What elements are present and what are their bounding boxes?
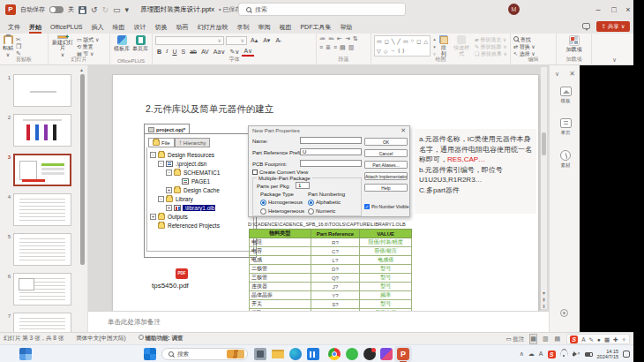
tab-开始[interactable]: 开始 [25,20,46,34]
prefix-input[interactable]: U [300,148,362,155]
canvas-scroll-thumb[interactable] [542,132,546,155]
clear-format-icon[interactable]: A̶ [273,35,281,45]
toolbox-icon[interactable]: ✚ [613,336,618,343]
side-panel-item-0[interactable]: 模板 [560,87,572,104]
find-button[interactable]: 查找 [513,36,535,43]
justify-icon[interactable]: ▤ [340,44,346,51]
numbering-icon[interactable]: ≕ [328,35,334,42]
share-button[interactable]: ⇪ 共享 ∨ [596,21,630,32]
tree-expander-icon[interactable]: + [166,187,172,193]
sogou-tray-icon[interactable]: S [548,351,556,358]
hierarchy-tab[interactable]: ⊺ Hierarchy [175,138,211,147]
tree-node[interactable]: -Design Resources [148,150,252,159]
media-app-icon[interactable] [363,348,376,360]
input-letter[interactable]: A [539,351,543,358]
shapes-gallery[interactable]: ▭◻╲╱▭○◻△▽◇→{} [374,35,431,57]
show-hidden-icons[interactable]: ∧ [520,351,524,358]
slide-sorter-view-icon[interactable]: ▥ [543,335,549,343]
collapse-ribbon-icon[interactable]: ∨ [612,57,617,64]
template-library-button[interactable]: 模板库 [114,35,130,57]
next-slide-icon[interactable]: ⇟ [541,303,547,310]
handwriting-icon[interactable]: ✎ [589,336,594,343]
addins-button[interactable]: 加载项 [566,35,582,57]
quick-styles-button[interactable]: 快速样式 [452,35,472,57]
notes-pane[interactable]: 单击此处添加备注 [88,311,549,332]
file-explorer-icon[interactable] [272,348,284,360]
dialog-button-ok[interactable]: OK [364,138,408,146]
create-convert-view-checkbox[interactable]: Create Convert View [252,170,308,175]
parts-per-pkg-input[interactable]: 1 [296,182,310,189]
shape-fill-button[interactable]: ▰ 形状填充 ∨ [475,36,507,43]
tab-视图[interactable]: 视图 [274,20,296,34]
widgets-icon[interactable] [19,348,32,360]
tab-PDF工具集[interactable]: PDF工具集 [296,20,335,34]
wifi-icon[interactable] [560,351,568,357]
tab-插入[interactable]: 插入 [86,20,108,34]
slide-title[interactable]: 2.元件库以及简单元器件的建立 [146,103,273,116]
tree-node[interactable]: +.\library1.olb [148,203,252,212]
pdf-file-icon[interactable]: PDF [176,268,188,279]
arrange-button[interactable]: 排列 [438,35,449,57]
taskbar-search[interactable]: 搜索 [161,348,248,360]
indent-icon[interactable]: ⇥ [345,35,350,42]
tab-切换[interactable]: 切换 [150,20,171,34]
slide[interactable]: 2.元件库以及简单元器件的建立 project.opj* File ⊺ Hier… [113,75,538,311]
replace-button[interactable]: ⇄ 替换 ∨ [513,43,535,50]
new-slide-button[interactable]: 新建幻灯片∨ [51,35,74,57]
tab-帮助[interactable]: 帮助 [335,20,356,34]
shape-outline-button[interactable]: ✎ 形状轮廓 ∨ [475,43,507,50]
slide-thumbnail-6[interactable]: 6 [2,273,87,305]
present-icon[interactable]: ▭ [113,5,121,14]
search-box[interactable]: 搜索 [238,3,406,16]
mic-icon[interactable]: ● [597,336,601,343]
tree-expander-icon[interactable]: - [158,161,164,167]
footprint-input[interactable] [300,160,362,167]
align-left-icon[interactable]: ≡ [319,44,323,51]
copy-icon[interactable]: ❐ [16,43,21,50]
annotation-textbox[interactable]: a.元器件名称，IC类使用元器件本身名字，通用器件电阻电容使用统一名称即可，RE… [415,129,536,214]
align-center-icon[interactable]: ≣ [326,44,331,51]
task-view-icon[interactable] [254,348,266,360]
maximize-button[interactable]: □ [607,0,621,19]
tree-node[interactable]: -Library [148,194,252,203]
tab-录制[interactable]: 录制 [232,20,253,34]
side-panel-item-1[interactable]: 单页 [560,118,572,136]
tree-expander-icon[interactable]: + [166,205,172,211]
color-app-icon[interactable] [380,348,393,360]
volume-muted-icon[interactable]: × [573,351,580,358]
reading-view-icon[interactable]: ▤ [555,335,561,343]
tab-幻灯片放映[interactable]: 幻灯片放映 [192,20,232,34]
slide-thumbnail-1[interactable]: 1 [2,74,87,107]
dialog-button-partaliases[interactable]: Part Aliases... [364,161,408,169]
minimize-button[interactable]: – [591,0,605,19]
slide-thumbnail-2[interactable]: 2 [2,114,87,147]
line-spacing-icon[interactable]: ⇅ [353,35,358,42]
scroll-down-icon[interactable]: ▾ [541,290,547,297]
redo-icon[interactable]: ↻ [102,5,109,14]
tab-文件[interactable]: 文件 [4,20,25,34]
soft-keyboard-icon[interactable]: ▦ [604,336,610,343]
package-type-option-homogeneous[interactable]: Homogeneous [260,198,304,207]
input-lang-icon[interactable]: A [581,336,585,343]
gallery-down-icon[interactable]: ▾ [433,44,436,49]
font-size-select[interactable]: ∨ [226,36,247,45]
tree-node[interactable]: +Outputs [148,212,252,221]
layout-button[interactable]: ▭ 版式 ∨ [77,36,99,43]
page-library-button[interactable]: 单页库 [132,35,148,57]
panel-collapse-icon[interactable]: ∨ [555,71,559,78]
notes-placeholder[interactable]: 单击此处添加备注 [108,318,549,327]
tree-node[interactable]: +Design Cache [148,185,252,194]
notification-center-icon[interactable] [623,351,630,358]
file-tab[interactable]: File [148,138,175,147]
sogou-logo-icon[interactable]: S [570,336,578,343]
dialog-close-icon[interactable]: ✕ [401,127,406,134]
tab-绘图[interactable]: 绘图 [108,20,129,34]
normal-view-icon[interactable]: ▦ [530,335,536,343]
tree-expander-icon[interactable]: - [150,152,156,158]
dialog-button-cancel[interactable]: Cancel [364,149,408,157]
tree-node[interactable]: PAGE1 [148,177,252,185]
slide-thumbnail-3[interactable]: 3 [2,154,87,186]
slide-thumbnail-4[interactable]: 4 [2,193,87,226]
powerpoint-taskbar-button[interactable]: P [394,346,412,362]
cut-icon[interactable]: ✂ [16,36,21,43]
